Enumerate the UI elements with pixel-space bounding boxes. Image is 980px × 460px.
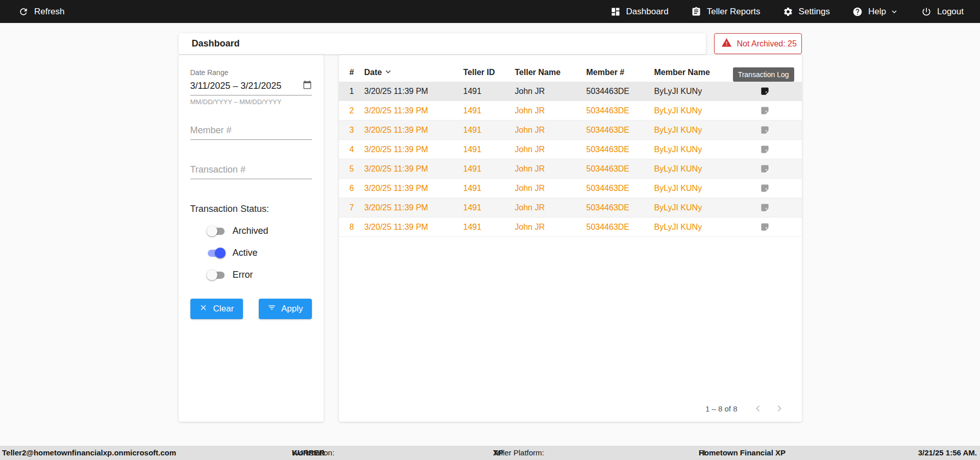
transaction-log-icon[interactable] xyxy=(760,86,770,96)
column-number[interactable]: # xyxy=(350,68,364,77)
column-teller-id[interactable]: Teller ID xyxy=(463,68,515,77)
pagination-prev-button[interactable] xyxy=(752,402,764,415)
column-member-number[interactable]: Member # xyxy=(586,68,654,77)
refresh-button[interactable]: Refresh xyxy=(18,7,65,17)
table-row[interactable]: 23/20/25 11:39 PM1491John JR5034463DEByL… xyxy=(339,101,802,120)
nav-settings[interactable]: Settings xyxy=(783,7,830,17)
row-actions xyxy=(760,183,802,193)
row-actions xyxy=(760,164,802,174)
refresh-label: Refresh xyxy=(34,7,65,17)
row-member-name: ByLyJI KUNy xyxy=(654,126,741,135)
page-title: Dashboard xyxy=(192,38,240,49)
nav-teller-reports[interactable]: Teller Reports xyxy=(691,7,761,17)
row-member-number: 5034463DE xyxy=(586,164,654,174)
row-member-number: 5034463DE xyxy=(586,87,654,96)
row-teller-name: John JR xyxy=(515,145,586,154)
clear-button[interactable]: Clear xyxy=(190,299,243,319)
footer-fi-label: FI: xyxy=(699,446,708,460)
settings-icon xyxy=(783,7,793,17)
status-footer: Teller2@hometownfinancialxp.onmicrosoft.… xyxy=(0,446,980,460)
warning-triangle-icon xyxy=(721,37,732,50)
row-teller-name: John JR xyxy=(515,87,586,96)
pagination-next-button[interactable] xyxy=(773,402,786,415)
transaction-log-icon[interactable] xyxy=(760,164,770,174)
footer-platform: Teller Platform: XP xyxy=(493,446,503,460)
nav-help[interactable]: Help xyxy=(852,7,899,17)
column-teller-name[interactable]: Teller Name xyxy=(515,68,586,77)
toggle-row-archived[interactable]: Archived xyxy=(207,226,312,236)
table-row[interactable]: 83/20/25 11:39 PM1491John JR5034463DEByL… xyxy=(339,217,802,237)
table-row[interactable]: 13/20/25 11:39 PM1491John JR5034463DEByL… xyxy=(339,82,802,101)
toggle-row-active[interactable]: Active xyxy=(207,248,312,258)
table-row[interactable]: 63/20/25 11:39 PM1491John JR5034463DEByL… xyxy=(339,179,802,198)
column-date-label: Date xyxy=(364,68,382,77)
row-number: 4 xyxy=(350,145,364,154)
filter-buttons: Clear Apply xyxy=(190,299,312,319)
calendar-icon[interactable] xyxy=(303,80,312,91)
row-member-name: ByLyJI KUNy xyxy=(654,203,741,212)
transaction-number-input[interactable] xyxy=(190,161,312,179)
archived-toggle-label: Archived xyxy=(233,226,268,236)
not-archived-badge[interactable]: Not Archived: 25 xyxy=(714,33,802,54)
member-number-input[interactable] xyxy=(190,122,312,140)
row-date: 3/20/25 11:39 PM xyxy=(364,126,463,135)
transaction-log-icon[interactable] xyxy=(760,222,770,232)
apply-button[interactable]: Apply xyxy=(259,299,312,319)
nav-dashboard-label: Dashboard xyxy=(626,7,669,17)
toggle-row-error[interactable]: Error xyxy=(207,270,312,280)
topbar-nav: Dashboard Teller Reports Settings Help xyxy=(610,7,964,17)
row-member-number: 5034463DE xyxy=(586,223,654,232)
archived-toggle[interactable] xyxy=(207,226,226,236)
row-number: 5 xyxy=(350,164,364,174)
nav-dashboard[interactable]: Dashboard xyxy=(610,7,669,17)
active-toggle[interactable] xyxy=(207,248,226,258)
table-row[interactable]: 53/20/25 11:39 PM1491John JR5034463DEByL… xyxy=(339,159,802,179)
active-toggle-label: Active xyxy=(233,248,258,258)
transaction-log-icon[interactable] xyxy=(760,125,770,135)
table-row[interactable]: 73/20/25 11:39 PM1491John JR5034463DEByL… xyxy=(339,198,802,217)
row-actions xyxy=(760,86,802,96)
footer-platform-label: Teller Platform: xyxy=(493,446,544,460)
transaction-log-icon[interactable] xyxy=(760,203,770,212)
row-number: 7 xyxy=(350,203,364,212)
row-actions xyxy=(760,106,802,115)
footer-workstation-label: Workstation: xyxy=(292,446,334,460)
row-member-name: ByLyJI KUNy xyxy=(654,145,741,154)
error-toggle[interactable] xyxy=(207,270,226,280)
table-row[interactable]: 33/20/25 11:39 PM1491John JR5034463DEByL… xyxy=(339,120,802,140)
footer-workstation: Workstation: KURRER xyxy=(292,446,325,460)
content-area: Dashboard Not Archived: 25 Date Range MM… xyxy=(179,23,802,422)
date-range-field xyxy=(190,78,312,95)
row-member-name: ByLyJI KUNy xyxy=(654,164,741,174)
chevron-down-icon xyxy=(890,7,899,16)
row-date: 3/20/25 11:39 PM xyxy=(364,145,463,154)
row-teller-name: John JR xyxy=(515,223,586,232)
row-actions xyxy=(760,144,802,154)
error-toggle-label: Error xyxy=(233,270,253,280)
transaction-log-icon[interactable] xyxy=(760,144,770,154)
member-number-field xyxy=(190,122,312,140)
table-row[interactable]: 43/20/25 11:39 PM1491John JR5034463DEByL… xyxy=(339,140,802,159)
transaction-log-icon[interactable] xyxy=(760,183,770,193)
logout-icon xyxy=(921,7,932,17)
page-title-card: Dashboard xyxy=(179,33,706,54)
column-member-name[interactable]: Member Name xyxy=(654,68,741,77)
x-icon xyxy=(199,303,208,314)
row-teller-id: 1491 xyxy=(463,145,515,154)
row-number: 8 xyxy=(350,223,364,232)
column-date[interactable]: Date xyxy=(364,67,463,79)
date-range-input[interactable] xyxy=(190,78,312,95)
footer-user: Teller2@hometownfinancialxp.onmicrosoft.… xyxy=(2,446,176,460)
clear-button-label: Clear xyxy=(213,304,234,314)
topbar: Refresh Dashboard Teller Reports Setting… xyxy=(0,0,980,23)
transaction-log-tooltip: Transaction Log xyxy=(733,67,794,82)
row-teller-id: 1491 xyxy=(463,106,515,115)
teller-reports-icon xyxy=(691,7,701,17)
transaction-log-icon[interactable] xyxy=(760,106,770,115)
nav-logout[interactable]: Logout xyxy=(921,7,964,17)
row-teller-id: 1491 xyxy=(463,223,515,232)
date-range-label: Date Range xyxy=(190,68,312,77)
row-teller-name: John JR xyxy=(515,126,586,135)
nav-help-label: Help xyxy=(868,7,886,17)
row-member-number: 5034463DE xyxy=(586,145,654,154)
